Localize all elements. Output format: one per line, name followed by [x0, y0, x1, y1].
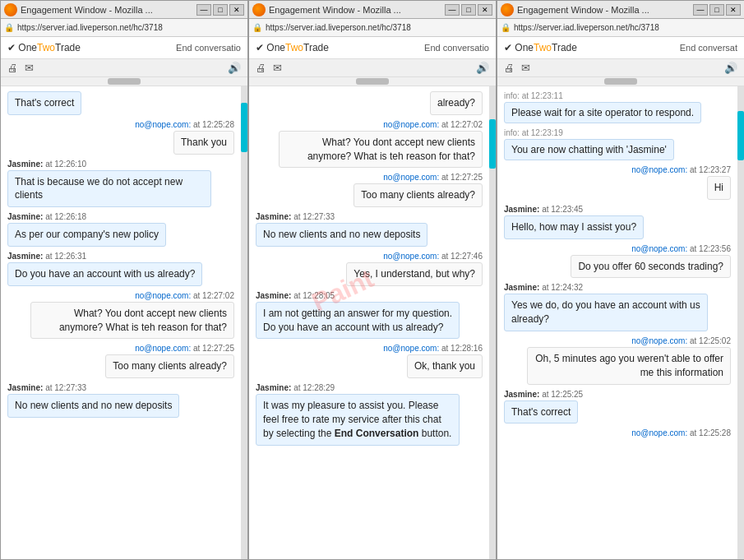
toolbar-2: 🖨 ✉ 🔊	[249, 59, 496, 77]
info-label-1: info: at 12:23:11	[504, 91, 731, 100]
sender-nope-w3-2: no@nope.com: at 12:23:56	[504, 244, 731, 253]
msg-jasmine-w3-2: Jasmine: at 12:24:32 Yes we do, do you h…	[504, 283, 731, 331]
sender-nope-w3-4: no@nope.com: at 12:25:28	[504, 428, 731, 437]
bubble-5min: Oh, 5 minutes ago you weren't able to of…	[527, 347, 731, 385]
bubble-thats-correct: That's correct	[7, 91, 81, 115]
print-icon-2[interactable]: 🖨	[256, 62, 266, 74]
msg-5min-ago: no@nope.com: at 12:25:02 Oh, 5 minutes a…	[504, 336, 731, 385]
restore-button-1[interactable]: □	[213, 4, 228, 16]
print-icon-3[interactable]: 🖨	[504, 62, 515, 74]
chat-area-3: info: at 12:23:11 Please wait for a site…	[497, 86, 737, 559]
sender-nope-w2-4: no@nope.com: at 12:28:16	[256, 344, 483, 353]
close-button-3[interactable]: ✕	[726, 4, 741, 16]
sender-jasmine-2: Jasmine: at 12:26:18	[7, 212, 234, 221]
scrollbar-thumb-3[interactable]	[737, 111, 744, 160]
sender-jasmine-w3-3: Jasmine: at 12:25:25	[504, 390, 731, 399]
email-icon-2[interactable]: ✉	[273, 62, 282, 74]
scrollbar-3[interactable]	[737, 86, 744, 559]
minimize-button-1[interactable]: —	[196, 4, 211, 16]
chat-scroll-area-3: info: at 12:23:11 Please wait for a site…	[497, 86, 744, 559]
bubble-already: already?	[430, 91, 483, 115]
logo-3: ✔ OneTwoTrade	[504, 42, 577, 53]
sender-jasmine-1: Jasmine: at 12:26:10	[7, 160, 234, 169]
collapse-button-2[interactable]	[356, 78, 389, 85]
close-button-1[interactable]: ✕	[229, 4, 244, 16]
restore-button-3[interactable]: □	[709, 4, 724, 16]
scrollbar-thumb-2[interactable]	[489, 119, 496, 169]
scrollbar-2[interactable]	[489, 86, 496, 559]
chat-header-1: ✔ OneTwoTrade End conversatio	[1, 37, 247, 59]
sender-nope-1: no@nope.com: at 12:25:28	[7, 120, 234, 129]
msg-user-last-w3: no@nope.com: at 12:25:28	[504, 428, 731, 437]
msg-jasmine-w3-1: Jasmine: at 12:23:45 Hello, how may I as…	[504, 205, 731, 239]
volume-icon-2[interactable]: 🔊	[476, 62, 489, 74]
scrollbar-1[interactable]	[241, 86, 247, 559]
info-bubble-2: You are now chatting with 'Jasmine'	[504, 139, 674, 160]
msg-jasmine-w2-1: Jasmine: at 12:27:33 No new clients and …	[256, 212, 483, 247]
msg-toomany-2: no@nope.com: at 12:27:25 Too many client…	[256, 173, 483, 207]
title-bar-1: Engagement Window - Mozilla ... — □ ✕	[1, 1, 247, 19]
end-conversation-1[interactable]: End conversatio	[176, 43, 241, 53]
volume-icon-1[interactable]: 🔊	[228, 62, 241, 74]
collapse-button-3[interactable]	[604, 78, 637, 85]
address-text-3: https://server.iad.liveperson.net/hc/371…	[514, 23, 659, 32]
sender-nope-w2-3: no@nope.com: at 12:27:46	[256, 252, 483, 261]
sender-nope-w3-3: no@nope.com: at 12:25:02	[504, 336, 731, 345]
sender-jasmine-w3-2: Jasmine: at 12:24:32	[504, 283, 731, 292]
bubble-pleasure: It was my pleasure to assist you. Please…	[256, 394, 460, 445]
chat-area-1: That's correct no@nope.com: at 12:25:28 …	[1, 86, 241, 559]
minimize-button-3[interactable]: —	[693, 4, 708, 16]
address-bar-1: 🔒 https://server.iad.liveperson.net/hc/3…	[1, 19, 247, 37]
minimize-bar-1	[1, 77, 247, 86]
sender-jasmine-3: Jasmine: at 12:26:31	[7, 252, 234, 261]
msg-ok-thankyou: no@nope.com: at 12:28:16 Ok, thank you	[256, 344, 483, 378]
bubble-ok-thankyou: Ok, thank you	[407, 354, 483, 378]
msg-jasmine-w3-3: Jasmine: at 12:25:25 That's correct	[504, 390, 731, 424]
bubble-no-new-clients-1: No new clients and no new deposits	[7, 394, 179, 418]
bubble-why-reason-2: What? You dont accept new clients anymor…	[279, 131, 483, 169]
end-conversation-2[interactable]: End conversatio	[424, 43, 489, 53]
minimize-bar-3	[497, 77, 744, 86]
msg-jasmine-label-4: Jasmine: at 12:27:33 No new clients and …	[7, 383, 234, 418]
address-text-1: https://server.iad.liveperson.net/hc/371…	[17, 23, 163, 32]
email-icon-3[interactable]: ✉	[521, 62, 530, 74]
msg-jasmine-label-2: Jasmine: at 12:26:18 As per our company'…	[7, 212, 234, 247]
chat-header-2: ✔ OneTwoTrade End conversatio	[249, 37, 496, 59]
chat-area-2: already? no@nope.com: at 12:27:02 What? …	[249, 86, 489, 559]
msg-60sec: no@nope.com: at 12:23:56 Do you offer 60…	[504, 244, 731, 279]
minimize-bar-2	[249, 77, 496, 86]
bubble-hello-assist: Hello, how may I assist you?	[504, 215, 644, 239]
email-icon-1[interactable]: ✉	[25, 62, 34, 74]
scrollbar-thumb-1[interactable]	[241, 103, 247, 152]
bubble-not-accept: That is because we do not accept new cli…	[7, 170, 211, 208]
msg-understand-why: no@nope.com: at 12:27:46 Yes, I understa…	[256, 252, 483, 286]
msg-user-why: no@nope.com: at 12:27:02 What? You dont …	[7, 291, 234, 340]
window-title-1: Engagement Window - Mozilla ...	[21, 5, 153, 15]
address-bar-2: 🔒 https://server.iad.liveperson.net/hc/3…	[249, 19, 496, 37]
logo-1: ✔ OneTwoTrade	[7, 42, 81, 53]
sender-jasmine-w2-3: Jasmine: at 12:28:29	[256, 383, 483, 392]
bubble-no-new-clients-2: No new clients and no new deposits	[256, 223, 427, 247]
volume-icon-3[interactable]: 🔊	[724, 62, 737, 74]
sender-nope-3: no@nope.com: at 12:27:25	[7, 344, 234, 353]
end-conversation-3[interactable]: End conversat	[680, 43, 737, 53]
lock-icon-3: 🔒	[501, 23, 511, 32]
msg-jasmine-label-1: Jasmine: at 12:26:10 That is because we …	[7, 160, 234, 208]
sender-jasmine-w2-2: Jasmine: at 12:28:05	[256, 291, 483, 300]
sender-nope-2: no@nope.com: at 12:27:02	[7, 291, 234, 300]
minimize-button-2[interactable]: —	[445, 4, 460, 16]
collapse-button-1[interactable]	[108, 78, 141, 85]
close-button-2[interactable]: ✕	[478, 4, 492, 16]
logo-2: ✔ OneTwoTrade	[256, 42, 329, 53]
bubble-understand-why: Yes, I understand, but why?	[346, 262, 483, 286]
info-label-2: info: at 12:23:19	[504, 128, 731, 137]
print-icon-1[interactable]: 🖨	[7, 62, 18, 74]
address-text-2: https://server.iad.liveperson.net/hc/371…	[266, 23, 411, 32]
msg-info-2: info: at 12:23:19 You are now chatting w…	[504, 128, 731, 160]
sender-jasmine-4: Jasmine: at 12:27:33	[7, 383, 234, 392]
restore-button-2[interactable]: □	[461, 4, 476, 16]
msg-already-top: already?	[256, 91, 483, 115]
msg-hi: no@nope.com: at 12:23:27 Hi	[504, 165, 731, 200]
title-bar-2: Engagement Window - Mozilla ... — □ ✕	[249, 1, 496, 19]
firefox-icon-3	[501, 3, 514, 16]
